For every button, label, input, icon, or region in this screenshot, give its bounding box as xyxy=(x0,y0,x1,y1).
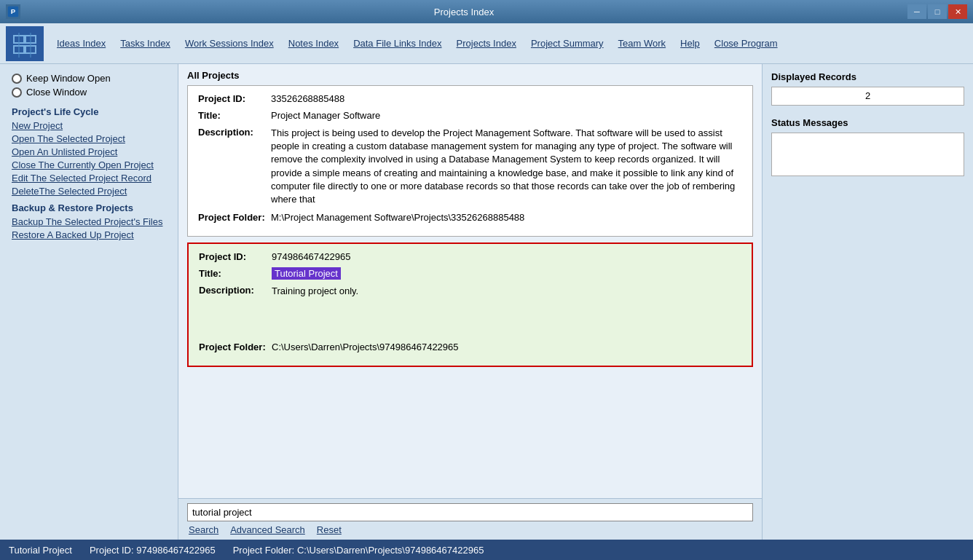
displayed-records-section: Displayed Records 2 xyxy=(771,71,964,106)
keep-open-radio-circle xyxy=(12,74,22,84)
projects-container: All Projects Project ID: 33526268885488 … xyxy=(178,64,762,498)
window-controls: ─ □ ✕ xyxy=(907,4,967,19)
menubar: Ideas Index Tasks Index Work Sessions In… xyxy=(0,23,973,64)
project-1-title-value: Project Manager Software xyxy=(271,110,742,121)
statusbar: Tutorial Project Project ID: 97498646742… xyxy=(0,540,973,560)
menu-team-work[interactable]: Team Work xyxy=(612,35,672,52)
close-window-radio[interactable]: Close Window xyxy=(12,87,166,98)
project-2-desc-label: Description: xyxy=(199,285,272,298)
search-button[interactable]: Search xyxy=(189,524,218,535)
sidebar-open-selected-project[interactable]: Open The Selected Project xyxy=(12,133,166,144)
sidebar-edit-project-record[interactable]: Edit The Selected Project Record xyxy=(12,173,166,184)
project-1-title-label: Title: xyxy=(198,110,271,121)
project-2-title-label: Title: xyxy=(199,268,272,279)
keep-window-open-radio[interactable]: Keep Window Open xyxy=(12,73,166,84)
sidebar-open-unlisted-project[interactable]: Open An Unlisted Project xyxy=(12,146,166,157)
search-input[interactable] xyxy=(187,503,753,521)
sidebar-restore-backed-up-project[interactable]: Restore A Backed Up Project xyxy=(12,229,166,240)
status-messages-section: Status Messages xyxy=(771,117,964,176)
menubar-items: Ideas Index Tasks Index Work Sessions In… xyxy=(51,35,784,52)
project-2-id-value: 974986467422965 xyxy=(272,251,741,262)
sidebar-close-open-project[interactable]: Close The Currently Open Project xyxy=(12,159,166,170)
app-logo xyxy=(6,26,44,61)
status-project-folder-value: C:\Users\Darren\Projects\974986467422965 xyxy=(297,545,484,556)
search-links: Search Advanced Search Reset xyxy=(187,524,753,535)
status-title: Tutorial Project xyxy=(9,545,72,556)
backup-section-title: Backup & Restore Projects xyxy=(12,202,166,213)
all-projects-label: All Projects xyxy=(187,70,753,81)
project-1-id-value: 33526268885488 xyxy=(271,93,742,104)
window-options: Keep Window Open Close Window xyxy=(12,73,166,98)
app-icon: P xyxy=(6,4,20,19)
status-project-id: Project ID: 974986467422965 xyxy=(90,545,216,556)
project-2-title-highlight: Tutorial Project xyxy=(272,267,341,280)
titlebar: P Projects Index ─ □ ✕ xyxy=(0,0,973,23)
project-2-id-label: Project ID: xyxy=(199,251,272,262)
lifecycle-section-title: Project's Life Cycle xyxy=(12,106,166,117)
project-2-desc-field: Description: Training project only. xyxy=(199,285,741,298)
project-card-2[interactable]: Project ID: 974986467422965 Title: Tutor… xyxy=(187,242,753,367)
displayed-records-title: Displayed Records xyxy=(771,71,964,82)
project-1-folder-value: M:\Project Management Software\Projects\… xyxy=(271,212,742,223)
project-2-desc-value: Training project only. xyxy=(272,285,741,298)
project-1-id-label: Project ID: xyxy=(198,93,271,104)
sidebar-delete-selected-project[interactable]: DeleteThe Selected Project xyxy=(12,186,166,197)
project-2-title-value: Tutorial Project xyxy=(272,268,741,279)
status-project-id-value: 974986467422965 xyxy=(136,545,215,556)
project-2-title-field: Title: Tutorial Project xyxy=(199,268,741,279)
project-1-desc-label: Description: xyxy=(198,127,271,206)
project-1-desc-field: Description: This project is being used … xyxy=(198,127,742,206)
menu-data-file-links-index[interactable]: Data File Links Index xyxy=(347,35,447,52)
project-1-folder-label: Project Folder: xyxy=(198,212,271,223)
window-title: Projects Index xyxy=(20,7,907,17)
menu-tasks-index[interactable]: Tasks Index xyxy=(114,35,176,52)
menu-close-program[interactable]: Close Program xyxy=(709,35,784,52)
project-1-folder-field: Project Folder: M:\Project Management So… xyxy=(198,212,742,223)
menu-notes-index[interactable]: Notes Index xyxy=(283,35,344,52)
sidebar-new-project[interactable]: New Project xyxy=(12,120,166,131)
status-messages-title: Status Messages xyxy=(771,117,964,128)
menu-work-sessions-index[interactable]: Work Sessions Index xyxy=(179,35,280,52)
main-layout: Keep Window Open Close Window Project's … xyxy=(0,64,973,540)
project-card-1[interactable]: Project ID: 33526268885488 Title: Projec… xyxy=(187,85,753,237)
content-area: All Projects Project ID: 33526268885488 … xyxy=(178,64,762,540)
right-panel: Displayed Records 2 Status Messages xyxy=(762,64,973,540)
close-button[interactable]: ✕ xyxy=(948,4,967,19)
project-2-folder-label: Project Folder: xyxy=(199,342,272,352)
close-window-label: Close Window xyxy=(26,87,87,98)
status-project-folder-label: Project Folder: xyxy=(233,545,295,556)
menu-projects-index[interactable]: Projects Index xyxy=(451,35,522,52)
maximize-button[interactable]: □ xyxy=(928,4,947,19)
project-2-id-field: Project ID: 974986467422965 xyxy=(199,251,741,262)
sidebar: Keep Window Open Close Window Project's … xyxy=(0,64,178,540)
project-2-folder-field: Project Folder: C:\Users\Darren\Projects… xyxy=(199,342,741,352)
status-messages-value xyxy=(771,133,964,176)
project-2-folder-value: C:\Users\Darren\Projects\974986467422965 xyxy=(272,342,741,352)
close-radio-circle xyxy=(12,87,22,98)
svg-text:P: P xyxy=(11,7,16,15)
minimize-button[interactable]: ─ xyxy=(907,4,926,19)
menu-project-summary[interactable]: Project Summary xyxy=(525,35,610,52)
project-1-title-field: Title: Project Manager Software xyxy=(198,110,742,121)
reset-button[interactable]: Reset xyxy=(317,524,342,535)
menu-help[interactable]: Help xyxy=(674,35,706,52)
keep-window-open-label: Keep Window Open xyxy=(26,73,111,84)
project-1-desc-value: This project is being used to develop th… xyxy=(271,127,742,206)
sidebar-backup-project-files[interactable]: Backup The Selected Project's Files xyxy=(12,216,166,227)
project-1-id-field: Project ID: 33526268885488 xyxy=(198,93,742,104)
displayed-records-value: 2 xyxy=(771,87,964,106)
status-project-id-label: Project ID: xyxy=(90,545,134,556)
advanced-search-button[interactable]: Advanced Search xyxy=(230,524,305,535)
search-bar: Search Advanced Search Reset xyxy=(178,498,762,540)
menu-ideas-index[interactable]: Ideas Index xyxy=(51,35,111,52)
status-project-folder: Project Folder: C:\Users\Darren\Projects… xyxy=(233,545,484,556)
